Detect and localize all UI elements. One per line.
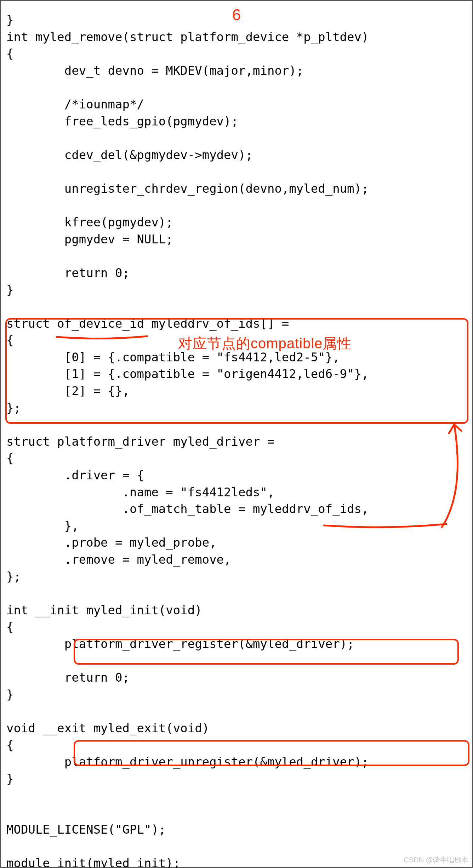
code-block: } int myled_remove(struct platform_devic… xyxy=(1,1,472,868)
annotation-compatible-label: 对应节点的compatible属性 xyxy=(178,333,352,353)
watermark: CSDN @骑牛唱剧本 xyxy=(404,855,468,865)
annotation-number: 6 xyxy=(232,4,241,26)
code-page: 6 } int myled_remove(struct platform_dev… xyxy=(0,0,473,868)
